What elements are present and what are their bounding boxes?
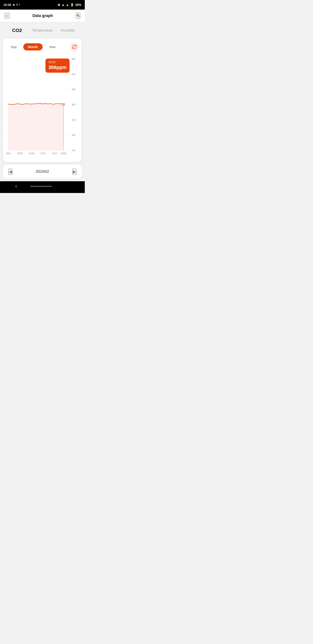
- battery-icon: 🔋: [70, 3, 74, 6]
- svg-text:400: 400: [72, 88, 75, 91]
- battery-label: 36%: [75, 3, 81, 6]
- chart-area: 02/20 366ppm 480 440 400 360 320 280 240: [6, 54, 79, 159]
- signal-icon: ▲: [66, 3, 69, 6]
- page-title: Data graph: [32, 14, 53, 18]
- back-button[interactable]: ←: [4, 13, 9, 19]
- dot-indicator: •: [19, 3, 20, 6]
- svg-text:320: 320: [72, 118, 75, 121]
- prev-date-button[interactable]: ◀: [8, 168, 12, 175]
- sensor-tabs: CO2 Temperature Humidity: [0, 22, 85, 36]
- svg-text:480: 480: [72, 58, 75, 60]
- svg-text:02/13: 02/13: [40, 152, 46, 155]
- period-month-button[interactable]: Month: [23, 43, 43, 50]
- expand-button[interactable]: [70, 42, 79, 51]
- header: ← Data graph ✎: [0, 10, 85, 22]
- svg-text:240: 240: [72, 149, 75, 152]
- period-day-button[interactable]: Day: [6, 43, 21, 50]
- svg-text:280: 280: [72, 134, 75, 136]
- system-back-button[interactable]: ‹: [15, 184, 17, 189]
- tab-temperature[interactable]: Temperature: [30, 26, 55, 35]
- wifi-icon: ▲: [61, 3, 64, 6]
- add-circle-icon: ⊕: [58, 3, 60, 6]
- status-bar: 10:42 ➤ f • ⊕ ▲ ▲ 🔋 36%: [0, 0, 85, 10]
- svg-text:02/01: 02/01: [6, 152, 11, 155]
- next-date-button[interactable]: ▶: [72, 168, 76, 175]
- bottom-bar: ‹: [0, 181, 85, 193]
- svg-text:02/09: 02/09: [29, 152, 34, 155]
- status-time: 10:42: [3, 3, 11, 6]
- svg-text:360: 360: [72, 103, 75, 106]
- navigation-icon: ➤: [12, 3, 15, 6]
- chart-card: Day Month Year 02/20 366ppm: [3, 38, 82, 162]
- facebook-icon: f: [16, 3, 17, 6]
- svg-text:02/05: 02/05: [17, 152, 22, 155]
- chart-svg: 480 440 400 360 320 280 240 02/01 02/05 …: [6, 54, 79, 159]
- svg-text:440: 440: [72, 73, 75, 76]
- period-year-button[interactable]: Year: [44, 43, 60, 50]
- expand-icon: [72, 45, 76, 49]
- edit-button[interactable]: ✎: [76, 12, 80, 19]
- tab-humidity[interactable]: Humidity: [55, 26, 80, 35]
- svg-text:02/17: 02/17: [52, 152, 58, 155]
- date-nav-label: 2023/02: [36, 170, 49, 174]
- tab-co2[interactable]: CO2: [4, 26, 30, 36]
- status-left: 10:42 ➤ f •: [3, 3, 20, 6]
- status-right: ⊕ ▲ ▲ 🔋 36%: [58, 3, 81, 6]
- period-tabs: Day Month Year: [6, 42, 79, 51]
- date-nav: ◀ 2023/02 ▶: [3, 165, 82, 178]
- home-indicator[interactable]: [30, 186, 52, 187]
- svg-text:02/20: 02/20: [61, 152, 66, 155]
